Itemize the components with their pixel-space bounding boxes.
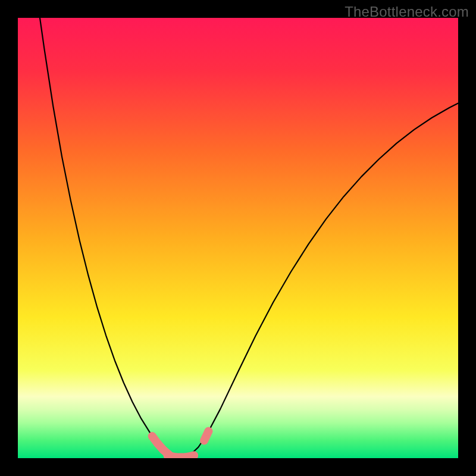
gradient-background bbox=[18, 18, 458, 458]
marker-pink-markers-right bbox=[204, 427, 212, 436]
bottleneck-chart bbox=[18, 18, 458, 458]
chart-svg bbox=[18, 18, 458, 458]
watermark-text: TheBottleneck.com bbox=[345, 4, 469, 20]
